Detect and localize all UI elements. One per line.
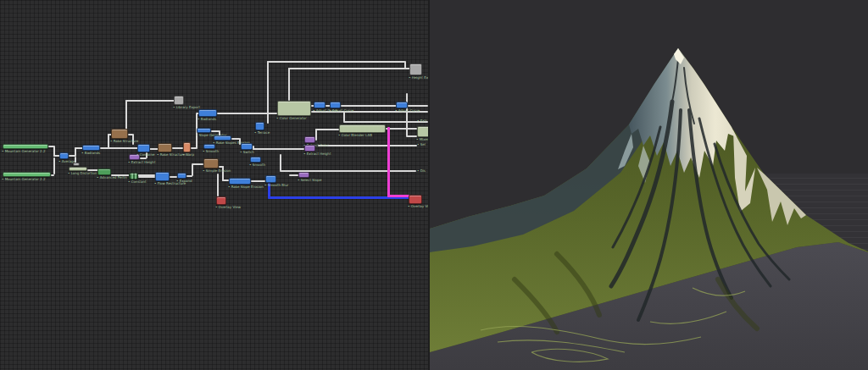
wire-segment-white: [192, 164, 193, 176]
wire-segment-white: [315, 129, 339, 130]
wire-segment-pink: [387, 127, 390, 197]
node-long-distortion[interactable]: [69, 167, 87, 171]
node-label-rake-structure-1: • Rake Structure: [110, 140, 138, 143]
node-rake-structure-1[interactable]: [111, 129, 128, 139]
wire-segment-white: [406, 135, 417, 137]
node-clamp[interactable]: [73, 163, 80, 166]
wire-segment-pink: [387, 195, 409, 197]
node-slope-generator[interactable]: [197, 128, 211, 133]
wire-segment-white: [406, 93, 408, 136]
node-label-warp: • Warp: [182, 153, 194, 157]
node-graph-canvas[interactable]: • Mountain Generator 2.2• Mountain Gener…: [0, 0, 430, 370]
node-label-smooth-2: • Smooth: [249, 163, 265, 167]
node-height-export[interactable]: [409, 64, 422, 75]
node-label-mixer: • Mixer: [416, 138, 429, 141]
node-color-generator[interactable]: [277, 101, 311, 116]
node-overlay-view-1[interactable]: [216, 196, 226, 205]
wire-segment-white: [108, 134, 109, 148]
wire-segment-white: [311, 111, 428, 113]
terrain-3d-viewport[interactable]: [430, 0, 868, 370]
terrain-render: [430, 0, 868, 370]
wire-segment-white: [138, 176, 155, 178]
wire-segment-white: [170, 176, 177, 178]
node-constant[interactable]: [129, 173, 138, 179]
node-combine[interactable]: [137, 144, 150, 152]
node-label-extract-height-2: • Extract Height: [303, 152, 331, 156]
edge-label-1: • Sel: [417, 143, 426, 146]
node-label-library-export: • Library Export: [173, 106, 200, 109]
wire-segment-white: [217, 174, 219, 196]
node-badlands-1[interactable]: [82, 145, 100, 151]
terrain-app-window: { "window": {"width": 1024, "height": 43…: [0, 0, 868, 370]
node-terrace[interactable]: [255, 122, 264, 130]
node-adjust-curve-3[interactable]: [396, 102, 408, 108]
node-smooth-1[interactable]: [203, 144, 215, 149]
node-switch[interactable]: [241, 143, 253, 150]
node-rake-slope-erosion-2[interactable]: [229, 178, 251, 185]
wire-segment-white: [51, 174, 54, 176]
node-flow-restructure[interactable]: [155, 172, 170, 181]
node-label-color-blender: • Color Blender LAB: [338, 134, 372, 137]
wire-segment-white: [192, 163, 203, 165]
wire-segment-white: [172, 147, 183, 149]
node-label-overlay-view-1: • Overlay View: [215, 206, 241, 209]
node-expand[interactable]: [177, 173, 186, 179]
node-label-flow-restructure: • Flow Restructure: [154, 182, 186, 185]
node-label-rake-structure-2: • Rake Structure: [157, 153, 185, 157]
node-mountain-generator-2[interactable]: [3, 172, 51, 177]
node-label-switch: • Switch: [240, 151, 254, 154]
node-adjust-curve-2[interactable]: [330, 102, 341, 108]
edge-label-2: • Dis: [417, 169, 426, 173]
node-label-color-generator: • Color Generator: [276, 117, 307, 120]
wire-segment-white: [222, 179, 229, 181]
node-rake-structure-2[interactable]: [158, 143, 172, 152]
wire-segment-white: [318, 145, 417, 146]
node-label-terrace: • Terrace: [254, 131, 270, 135]
wire-segment-white: [267, 61, 269, 124]
wire-segment-white: [132, 134, 134, 145]
node-label-select-slope: • Select Slope: [298, 179, 321, 182]
node-adjust-curve-1[interactable]: [314, 102, 326, 108]
wire-segment-white: [341, 105, 397, 107]
node-smooth-blur[interactable]: [265, 175, 276, 183]
node-smooth-2[interactable]: [250, 157, 261, 163]
node-label-constant: • Constant: [128, 180, 147, 184]
node-label-badlands-2: • Badlands: [198, 118, 216, 121]
node-overlay-view-2[interactable]: [409, 195, 422, 204]
node-warp[interactable]: [183, 142, 191, 152]
node-label-long-distortion: • Long Distortion: [68, 172, 97, 175]
node-label-advanced-perlin: • Advanced Perlin: [97, 176, 127, 179]
node-label-badlands-1: • Badlands: [81, 152, 100, 155]
node-label-simple-erosion: • Simple Erosion: [203, 169, 231, 173]
node-average[interactable]: [59, 152, 69, 159]
node-library-export[interactable]: [174, 96, 184, 105]
node-label-rake-slope-erosion-2: • Rake Slope Erosion: [228, 185, 264, 189]
wire-segment-white: [288, 68, 410, 69]
node-label-mountain-generator-1: • Mountain Generator 2.2: [2, 150, 45, 153]
node-mountain-generator-1[interactable]: [3, 144, 48, 149]
node-extract-height-2[interactable]: [304, 145, 315, 152]
wire-segment-white: [125, 100, 175, 102]
node-extract-height-1[interactable]: [129, 154, 140, 160]
node-select-slope[interactable]: [298, 172, 309, 178]
wire-segment-white: [343, 121, 428, 123]
wire-segment-white: [100, 147, 139, 149]
wire-segment-white: [125, 100, 127, 130]
node-advanced-perlin[interactable]: [97, 168, 111, 175]
node-extract-color[interactable]: [304, 136, 315, 143]
node-simple-erosion[interactable]: [203, 158, 219, 168]
node-badlands-2[interactable]: [198, 109, 217, 117]
node-color-blender[interactable]: [339, 124, 386, 133]
node-label-smooth-1: • Smooth: [203, 150, 219, 153]
wire-segment-white: [289, 174, 298, 176]
node-label-expand: • Expand: [176, 179, 192, 183]
wire-segment-white: [253, 148, 304, 150]
wire-segment-white: [408, 105, 428, 107]
node-rake-slopes-erosion[interactable]: [214, 135, 231, 141]
node-label-mountain-generator-2: • Mountain Generator 2.2: [2, 178, 45, 181]
wire-segment-white: [267, 61, 405, 63]
wire-segment-white: [251, 180, 265, 182]
wire-segment-white: [53, 157, 55, 174]
wire-segment-white: [288, 68, 290, 101]
wire-segment-white: [315, 129, 317, 141]
